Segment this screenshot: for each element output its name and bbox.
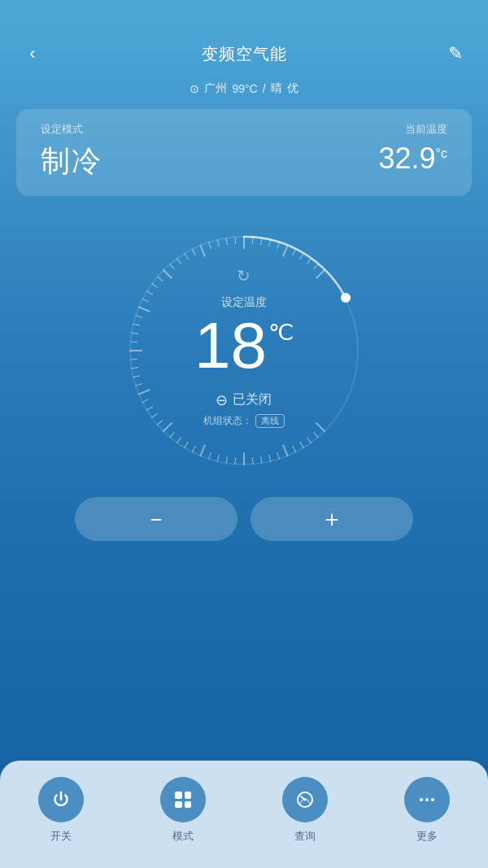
svg-line-61	[314, 264, 318, 269]
temperature-text: 99°C	[232, 82, 257, 95]
svg-line-56	[277, 242, 279, 249]
svg-line-35	[133, 324, 140, 325]
weather-text: 晴	[271, 81, 282, 96]
mode-label: 设定模式	[41, 122, 102, 137]
svg-line-53	[252, 237, 253, 243]
svg-line-3	[314, 432, 318, 437]
separator: /	[263, 82, 266, 95]
current-temp-label: 当前温度	[379, 122, 447, 137]
page-title: 变频空气能	[202, 43, 287, 65]
increase-button[interactable]: ＋	[251, 497, 413, 541]
nav-item-mode[interactable]: 模式	[160, 777, 206, 844]
svg-line-41	[158, 277, 163, 281]
current-temp-section: 当前温度 32.9°c	[379, 122, 447, 176]
svg-line-20	[177, 438, 181, 443]
svg-line-49	[217, 240, 219, 246]
svg-line-17	[200, 445, 204, 456]
svg-line-19	[185, 443, 188, 448]
machine-status-tag: 离线	[255, 414, 285, 428]
svg-line-16	[209, 453, 211, 460]
svg-line-21	[170, 432, 174, 437]
svg-line-47	[200, 246, 204, 256]
quality-text: 优	[287, 81, 298, 96]
location-bar: ⊙ 广州 99°C / 晴 优	[0, 76, 488, 109]
svg-line-33	[130, 342, 137, 342]
svg-line-43	[170, 264, 174, 269]
more-icon-circle	[404, 777, 450, 822]
svg-line-34	[132, 333, 138, 334]
dial-status: ⊖ 已关闭	[216, 391, 272, 409]
nav-item-power[interactable]: 开关	[38, 777, 84, 844]
svg-line-4	[307, 438, 312, 443]
more-icon	[420, 798, 434, 801]
mode-section: 设定模式 制冷	[41, 122, 102, 181]
decrease-button[interactable]: －	[75, 497, 237, 541]
svg-line-29	[133, 376, 140, 377]
nav-item-more[interactable]: 更多	[404, 777, 450, 844]
svg-line-11	[252, 458, 253, 465]
back-button[interactable]: ‹	[20, 41, 46, 67]
refresh-icon[interactable]: ↻	[237, 266, 251, 286]
svg-line-24	[152, 414, 157, 418]
header: ‹ 变频空气能 ✎	[0, 0, 488, 76]
machine-status: 机组状态： 离线	[203, 414, 284, 428]
svg-line-13	[235, 458, 236, 465]
svg-line-7	[283, 445, 287, 456]
svg-line-38	[142, 299, 148, 302]
svg-line-36	[136, 316, 142, 317]
svg-line-23	[158, 421, 163, 425]
nav-item-query[interactable]: 查询	[282, 777, 328, 844]
gauge-icon	[295, 790, 315, 809]
nav-label-power: 开关	[50, 829, 72, 844]
dial-section: ↻ 设定温度 18 ℃ ⊖ 已关闭 机组状态： 离线	[0, 220, 488, 481]
city-name: 广州	[204, 81, 227, 96]
info-card: 设定模式 制冷 当前温度 32.9°c	[16, 109, 472, 196]
svg-line-8	[277, 453, 279, 460]
nav-label-mode: 模式	[172, 829, 194, 844]
mode-value: 制冷	[41, 142, 102, 181]
svg-line-30	[132, 368, 138, 369]
svg-line-39	[147, 291, 153, 294]
control-buttons: － ＋	[16, 497, 472, 541]
grid-icon-circle	[160, 777, 206, 822]
svg-line-42	[163, 270, 172, 278]
svg-line-62	[316, 270, 325, 278]
dial-inner: ↻ 设定温度 18 ℃ ⊖ 已关闭 机组状态： 离线	[194, 299, 294, 428]
nav-label-more: 更多	[416, 829, 438, 844]
svg-line-22	[163, 423, 172, 431]
svg-line-25	[147, 407, 153, 410]
svg-line-46	[192, 249, 195, 255]
grid-icon	[175, 792, 191, 808]
bottom-nav: 开关 模式 查询 更多	[0, 761, 488, 868]
set-temp-display: 18 ℃	[194, 313, 294, 378]
svg-line-10	[261, 456, 262, 463]
svg-line-50	[226, 238, 227, 245]
svg-line-40	[152, 284, 157, 288]
set-temp-value: 18	[194, 313, 267, 378]
svg-line-37	[139, 307, 150, 311]
svg-line-51	[235, 237, 236, 243]
gauge-icon-circle	[282, 777, 328, 822]
svg-line-45	[185, 254, 188, 260]
status-icon: ⊖	[216, 391, 228, 409]
svg-line-60	[307, 259, 312, 264]
location-icon: ⊙	[190, 82, 199, 95]
svg-line-31	[130, 359, 137, 360]
status-text: 已关闭	[233, 391, 272, 408]
svg-line-58	[293, 249, 296, 255]
svg-line-26	[142, 399, 148, 403]
svg-line-2	[316, 423, 325, 431]
svg-line-59	[300, 254, 303, 260]
svg-line-28	[136, 384, 142, 386]
set-temp-unit: ℃	[268, 321, 294, 344]
svg-line-44	[177, 259, 181, 264]
edit-button[interactable]: ✎	[442, 41, 468, 67]
svg-line-57	[283, 246, 287, 256]
current-temp-value: 32.9°c	[379, 142, 447, 176]
machine-status-label: 机组状态：	[203, 415, 252, 426]
svg-line-6	[293, 447, 296, 452]
svg-line-48	[209, 242, 211, 249]
dial-container[interactable]: ↻ 设定温度 18 ℃ ⊖ 已关闭 机组状态： 离线	[114, 220, 374, 481]
svg-line-5	[300, 443, 303, 448]
svg-line-18	[192, 447, 195, 452]
